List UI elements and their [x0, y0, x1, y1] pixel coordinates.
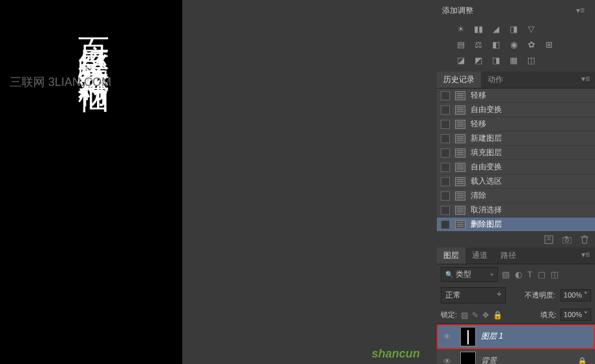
history-label: 新建图层	[471, 133, 502, 144]
gradient-map-icon[interactable]: ▦	[508, 55, 519, 65]
layer-type-filter[interactable]: 🔍 类型 ÷	[441, 267, 498, 282]
trash-icon[interactable]	[581, 235, 588, 244]
balance-icon[interactable]: ⚖	[473, 39, 484, 49]
tab-history[interactable]: 历史记录	[437, 72, 481, 88]
visibility-toggle[interactable]: 👁	[439, 332, 455, 341]
tab-paths[interactable]: 路径	[494, 247, 523, 264]
history-label: 填充图层	[471, 147, 502, 158]
adjustments-panel: 添加调整 ▾≡ ☀ ▮▮ ◢ ◨ ▽ ▤ ⚖ ◧ ◉ ✿ ⊞ ◪ ◩ ◨ ▦ ◫	[437, 0, 595, 72]
history-item[interactable]: 删除图层	[437, 217, 595, 232]
lock-pixels-icon[interactable]: ✎	[472, 311, 478, 320]
history-label: 清除	[471, 190, 486, 201]
document-canvas[interactable]: 百度經驗走将粉仙	[0, 0, 182, 364]
layer-item[interactable]: 👁 图层 1	[437, 324, 595, 349]
layer-thumbnail[interactable]	[460, 352, 476, 365]
channel-mixer-icon[interactable]: ✿	[525, 39, 537, 49]
posterize-icon[interactable]: ◩	[473, 55, 484, 65]
brightness-icon[interactable]: ☀	[455, 23, 467, 34]
history-step-icon	[455, 163, 465, 172]
layers-panel-menu-icon[interactable]: ▾≡	[576, 247, 595, 264]
history-snapshot-checkbox[interactable]	[441, 148, 450, 158]
canvas-area[interactable]: 百度經驗走将粉仙 三联网 3LIAN.COM shancun	[0, 0, 436, 364]
create-document-icon[interactable]	[544, 235, 553, 244]
right-panels: 添加调整 ▾≡ ☀ ▮▮ ◢ ◨ ▽ ▤ ⚖ ◧ ◉ ✿ ⊞ ◪ ◩ ◨ ▦ ◫…	[437, 0, 595, 364]
layer-filter-row: 🔍 类型 ÷ ▧ ◐ T ▢ ◫	[437, 264, 595, 285]
history-step-icon	[455, 191, 465, 201]
history-snapshot-checkbox[interactable]	[441, 120, 450, 129]
layers-list: 👁 图层 1 👁 背景 🔒	[437, 324, 595, 364]
lock-label: 锁定:	[441, 310, 457, 320]
tab-layers[interactable]: 图层	[437, 247, 465, 264]
fill-input[interactable]: 100% ˅	[560, 309, 591, 321]
history-snapshot-checkbox[interactable]	[441, 206, 450, 215]
history-snapshot-checkbox[interactable]	[441, 91, 450, 100]
camera-icon[interactable]	[562, 236, 572, 244]
blend-mode-value: 正常	[445, 290, 461, 301]
layer-name[interactable]: 背景	[481, 356, 497, 364]
exposure-icon[interactable]: ◨	[508, 23, 519, 34]
layer-lock-icon[interactable]: 🔒	[577, 357, 587, 365]
history-snapshot-checkbox[interactable]	[441, 163, 450, 172]
layers-panel: 图层 通道 路径 ▾≡ 🔍 类型 ÷ ▧ ◐ T ▢ ◫ 正常 ÷	[437, 247, 595, 364]
lock-transparent-icon[interactable]: ▨	[461, 311, 468, 320]
history-item[interactable]: 自由变换	[437, 160, 595, 175]
history-label: 取消选择	[471, 204, 502, 216]
history-label: 载入选区	[471, 176, 502, 187]
history-snapshot-checkbox[interactable]	[441, 220, 450, 229]
dropdown-arrow-icon: ÷	[490, 272, 493, 278]
canvas-text-content: 百度經驗走将粉仙	[72, 13, 111, 65]
layer-name[interactable]: 图层 1	[481, 331, 503, 342]
history-step-icon	[455, 206, 465, 215]
history-snapshot-checkbox[interactable]	[441, 134, 450, 143]
history-list: 轻移 自由变换 轻移 新建图层 填充图层 自由变换 载入选区 清除 取消选择 删…	[437, 89, 595, 232]
history-item[interactable]: 清除	[437, 189, 595, 203]
history-item[interactable]: 轻移	[437, 89, 595, 103]
layer-item[interactable]: 👁 背景 🔒	[437, 349, 595, 364]
levels-icon[interactable]: ▮▮	[473, 23, 484, 34]
history-panel-menu-icon[interactable]: ▾≡	[576, 72, 595, 88]
panel-menu-icon[interactable]: ▾≡	[571, 3, 590, 18]
history-step-icon	[455, 220, 465, 229]
history-snapshot-checkbox[interactable]	[441, 191, 450, 201]
dropdown-arrow-icon: ˅	[584, 291, 588, 300]
lock-all-icon[interactable]: 🔒	[493, 311, 503, 320]
vibrance-icon[interactable]: ▽	[525, 23, 537, 34]
history-label: 删除图层	[471, 219, 502, 230]
history-label: 自由变换	[471, 161, 502, 173]
history-label: 轻移	[471, 90, 486, 101]
opacity-input[interactable]: 100% ˅	[560, 289, 591, 301]
bw-icon[interactable]: ◧	[490, 39, 502, 49]
hue-icon[interactable]: ▤	[455, 39, 467, 49]
history-snapshot-checkbox[interactable]	[441, 105, 450, 115]
visibility-toggle[interactable]: 👁	[439, 357, 455, 365]
history-snapshot-checkbox[interactable]	[441, 177, 450, 186]
selective-color-icon[interactable]: ◫	[525, 55, 537, 65]
tab-channels[interactable]: 通道	[465, 247, 494, 264]
type-filter-label: 类型	[456, 269, 471, 280]
invert-icon[interactable]: ◪	[455, 55, 467, 65]
history-item[interactable]: 取消选择	[437, 203, 595, 217]
history-item[interactable]: 载入选区	[437, 175, 595, 189]
photo-filter-icon[interactable]: ◉	[508, 39, 519, 49]
color-lookup-icon[interactable]: ⊞	[543, 39, 555, 49]
filter-shape-icon[interactable]: ▢	[538, 270, 546, 279]
layer-thumbnail[interactable]	[460, 327, 476, 346]
blend-mode-select[interactable]: 正常 ÷	[441, 287, 506, 303]
history-item[interactable]: 填充图层	[437, 146, 595, 160]
curves-icon[interactable]: ◢	[490, 23, 502, 34]
filter-adjustment-icon[interactable]: ◐	[515, 270, 522, 279]
threshold-icon[interactable]: ◨	[490, 55, 502, 65]
lock-position-icon[interactable]: ✥	[482, 311, 489, 320]
lock-row: 锁定: ▨ ✎ ✥ 🔒 填充: 100% ˅	[437, 306, 595, 324]
history-tabs: 历史记录 动作 ▾≡	[437, 72, 595, 89]
history-item[interactable]: 新建图层	[437, 132, 595, 146]
filter-type-icon[interactable]: T	[527, 270, 533, 279]
filter-smart-icon[interactable]: ◫	[551, 270, 559, 279]
filter-pixel-icon[interactable]: ▧	[502, 270, 510, 279]
watermark-text: 三联网 3LIAN.COM	[10, 74, 111, 90]
tab-actions[interactable]: 动作	[481, 72, 510, 88]
history-item[interactable]: 自由变换	[437, 103, 595, 117]
history-label: 自由变换	[471, 104, 502, 115]
fill-value-text: 100%	[564, 311, 582, 319]
history-item[interactable]: 轻移	[437, 117, 595, 132]
